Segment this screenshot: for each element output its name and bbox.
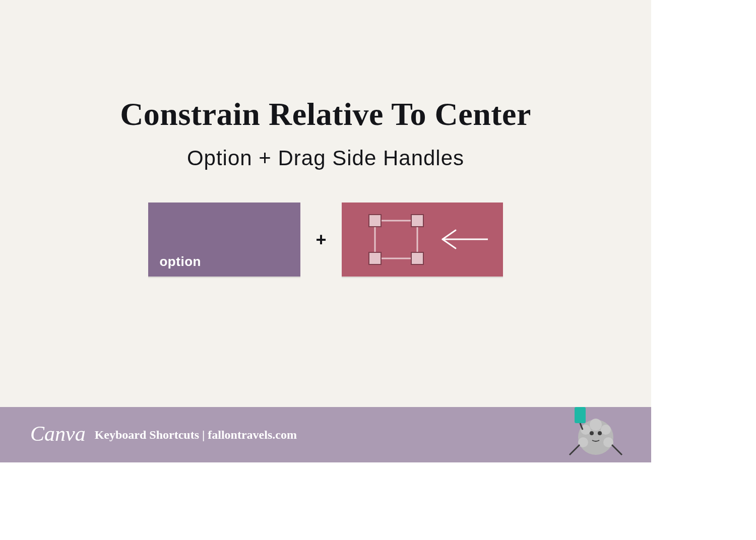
footer-bar: Canva Keyboard Shortcuts | fallontravels… — [0, 407, 651, 462]
svg-point-18 — [598, 431, 602, 435]
slide-subtitle: Option + Drag Side Handles — [0, 146, 651, 170]
svg-line-19 — [570, 445, 580, 455]
option-key-label: option — [159, 254, 201, 269]
svg-point-13 — [601, 425, 611, 435]
plus-separator: + — [316, 229, 326, 250]
drag-handles-block — [342, 202, 503, 277]
svg-line-10 — [443, 239, 456, 248]
mascot-icon — [560, 397, 626, 462]
svg-rect-21 — [575, 407, 586, 423]
svg-rect-7 — [411, 252, 423, 264]
svg-line-20 — [612, 445, 622, 455]
canva-logo: Canva — [30, 422, 86, 446]
svg-point-16 — [590, 419, 602, 431]
svg-line-9 — [443, 230, 456, 239]
footer-text: Keyboard Shortcuts | fallontravels.com — [95, 428, 297, 442]
svg-rect-4 — [369, 215, 381, 227]
shortcut-row: option + — [0, 202, 651, 277]
svg-rect-5 — [411, 215, 423, 227]
svg-rect-6 — [369, 252, 381, 264]
slide-title: Constrain Relative To Center — [0, 96, 651, 133]
option-key-block: option — [148, 202, 300, 277]
slide-canvas: Constrain Relative To Center Option + Dr… — [0, 0, 651, 462]
drag-handles-icon — [342, 202, 503, 277]
svg-point-17 — [590, 431, 594, 435]
